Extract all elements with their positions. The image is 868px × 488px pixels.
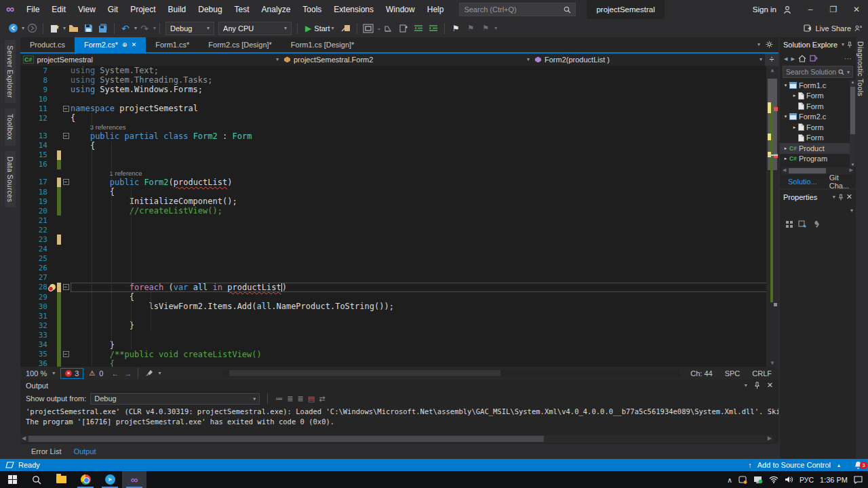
clock[interactable]: 1:36 PM (820, 476, 848, 484)
collapsed-chevron-icon[interactable]: ▸ (783, 156, 789, 161)
new-project-dropdown[interactable]: ▾ (63, 25, 66, 31)
code-line-17[interactable]: 17− public Form2(productList) (20, 178, 778, 187)
search-options-caret[interactable]: ▾ (847, 69, 850, 75)
scroll-right-arrow[interactable]: ▶ (768, 435, 772, 441)
code-line-13[interactable]: 13− public partial class Form2 : Form (20, 131, 778, 141)
pin-icon[interactable] (754, 382, 760, 389)
profiler-dropdown[interactable]: ⌄ (377, 25, 382, 31)
menu-window[interactable]: Window (380, 0, 421, 19)
toggle-bookmark-icon[interactable]: ⚑ (449, 21, 462, 36)
tab-product-cs[interactable]: Product.cs (20, 37, 75, 52)
attach-to-process-button[interactable] (339, 21, 353, 36)
switch-views-icon[interactable] (810, 55, 818, 62)
chrome-button[interactable] (73, 471, 98, 488)
zoom-level-dropdown[interactable]: 100 % (26, 369, 47, 378)
scroll-left-arrow[interactable]: ◀ (783, 167, 786, 173)
code-line-9[interactable]: 9using System.Windows.Forms; (20, 85, 778, 94)
collapse-region-button[interactable]: − (63, 133, 69, 139)
code-line-14[interactable]: 14 { (20, 141, 778, 150)
code-references-row[interactable]: 1 reference (20, 169, 778, 178)
close-tab-icon[interactable]: ✕ (132, 41, 137, 48)
code-line-33[interactable]: 33 (20, 330, 778, 340)
tool-tab-error-list[interactable]: Error List (26, 446, 67, 457)
next-bookmark-icon[interactable]: ⚑ (479, 21, 492, 36)
code-line-26[interactable]: 26 (20, 264, 778, 273)
home-icon[interactable] (798, 55, 806, 62)
redo-button[interactable]: ↷ (138, 21, 151, 36)
new-item-icon[interactable] (397, 21, 410, 36)
output-log[interactable]: 'projectSemestral.exe' (CLR v4.0.30319: … (20, 406, 778, 435)
sign-in-button[interactable]: Sign in (753, 5, 776, 14)
code-line-16[interactable]: 16 (20, 160, 778, 169)
save-all-button[interactable] (96, 21, 110, 36)
code-lens-references[interactable]: 1 reference (71, 169, 142, 177)
tree-horizontal-scrollbar[interactable]: ◀ ▶ (782, 167, 854, 174)
solution-explorer-header[interactable]: Solution Explorer ▾ (780, 37, 856, 52)
pin-icon[interactable] (847, 41, 852, 48)
code-line-35[interactable]: 35− /**public void createListView() (20, 350, 778, 359)
indent-icon[interactable] (427, 21, 440, 36)
add-to-source-control-button[interactable]: Add to Source Control (757, 461, 831, 469)
find-message-icon[interactable]: ≔ (275, 394, 283, 403)
categorized-icon[interactable] (785, 220, 793, 228)
code-line-24[interactable]: 24 (20, 245, 778, 254)
code-line-18[interactable]: 18 { (20, 187, 778, 197)
code-line-23[interactable]: 23 (20, 235, 778, 244)
collapsed-chevron-icon[interactable]: ▸ (791, 93, 797, 98)
save-button[interactable] (81, 21, 95, 36)
code-line-27[interactable]: 27 (20, 273, 778, 283)
code-line-12[interactable]: 12{ (20, 113, 778, 123)
alphabetical-icon[interactable] (798, 220, 807, 228)
open-file-button[interactable] (66, 21, 80, 36)
code-line-20[interactable]: 20 //createListView(); (20, 206, 778, 216)
output-source-dropdown[interactable]: Debug▾ (90, 393, 260, 405)
performance-profiler-button[interactable] (361, 21, 375, 36)
object-selector-dropdown[interactable]: ▾ (783, 205, 853, 216)
clean-dropdown[interactable]: ▾ (158, 370, 161, 376)
code-line-34[interactable]: 34 } (20, 340, 778, 350)
start-dropdown[interactable]: ▾ (332, 25, 334, 31)
tree-item-form[interactable]: Form (780, 133, 856, 144)
quick-search-input[interactable]: Search (Ctrl+Q) (459, 3, 576, 16)
tool-tab-output[interactable]: Output (68, 446, 102, 457)
close-icon[interactable]: ✕ (767, 381, 773, 390)
menu-help[interactable]: Help (421, 0, 450, 19)
undo-dropdown[interactable]: ▾ (134, 25, 137, 31)
menu-analyze[interactable]: Analyze (256, 0, 297, 19)
panel-tab-solutio-[interactable]: Solutio... (783, 176, 823, 187)
menu-file[interactable]: File (20, 0, 45, 19)
tab-data-sources[interactable]: Data Sources (5, 151, 16, 207)
tab-form1-cs-[interactable]: Form1.cs* (146, 37, 199, 52)
scrollbar-thumb[interactable] (229, 370, 500, 376)
tab-toolbox[interactable]: Toolbox (5, 108, 16, 145)
restore-button[interactable]: ❐ (822, 0, 845, 19)
action-center-icon[interactable] (854, 476, 863, 484)
code-line-25[interactable]: 25 (20, 254, 778, 264)
more-options-icon[interactable]: ⋯ (844, 54, 852, 63)
code-line-29[interactable]: 29 { (20, 292, 778, 302)
editor-vertical-scrollbar[interactable]: ▲ ▼ (766, 66, 778, 367)
code-line-28[interactable]: 28− foreach (var all in productList) (20, 283, 778, 292)
close-icon[interactable]: ✕ (846, 192, 852, 201)
clear-all-icon[interactable]: ▤ (308, 394, 315, 403)
menu-tools[interactable]: Tools (296, 0, 328, 19)
menu-test[interactable]: Test (229, 0, 256, 19)
tray-display-icon[interactable] (753, 476, 763, 484)
pin-icon[interactable]: ⊕ (122, 41, 127, 48)
code-lens-references[interactable]: 3 references (71, 123, 126, 131)
minimize-button[interactable]: – (799, 0, 822, 19)
solution-configurations-dropdown[interactable]: Debug▾ (165, 22, 214, 35)
telegram-button[interactable]: ➤ (98, 471, 122, 488)
start-button[interactable] (0, 471, 24, 488)
tree-item-form1.c[interactable]: ▾Form1.c (780, 80, 856, 91)
navigate-backward-button[interactable] (6, 21, 20, 36)
code-line-31[interactable]: 31 (20, 311, 778, 321)
collapsed-chevron-icon[interactable]: ▸ (783, 146, 789, 151)
expanded-chevron-icon[interactable]: ▾ (783, 83, 789, 88)
member-dropdown[interactable]: Form2(productList )▾ (532, 54, 765, 66)
wifi-icon[interactable] (769, 476, 778, 483)
menu-view[interactable]: View (72, 0, 102, 19)
tree-item-form2.c[interactable]: ▾Form2.c (780, 112, 856, 123)
redo-dropdown[interactable]: ▾ (153, 25, 156, 31)
menu-project[interactable]: Project (124, 0, 161, 19)
